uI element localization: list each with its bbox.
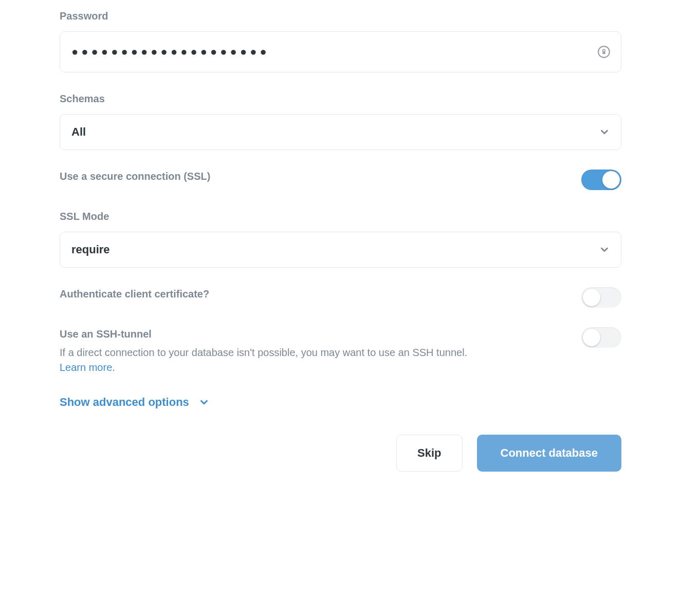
password-input[interactable]: ●●●●●●●●●●●●●●●●●●●● — [60, 31, 621, 72]
ssh-tunnel-help-suffix: . — [112, 362, 115, 373]
show-advanced-options-label: Show advanced options — [60, 396, 189, 409]
ssl-toggle-row: Use a secure connection (SSL) — [60, 171, 621, 190]
schemas-field-group: Schemas All — [60, 93, 621, 150]
auth-client-cert-row: Authenticate client certificate? — [60, 288, 621, 308]
password-field-group: Password ●●●●●●●●●●●●●●●●●●●● — [60, 10, 621, 72]
toggle-knob — [583, 329, 600, 346]
schemas-select-value: All — [60, 114, 621, 150]
ssl-mode-select[interactable]: require — [60, 232, 621, 268]
password-input-wrap: ●●●●●●●●●●●●●●●●●●●● — [60, 31, 621, 72]
learn-more-link[interactable]: Learn more — [60, 362, 112, 373]
ssl-mode-select-value: require — [60, 232, 621, 268]
ssl-toggle[interactable] — [581, 170, 621, 190]
password-label: Password — [60, 10, 621, 22]
chevron-down-icon — [198, 397, 210, 408]
schemas-select[interactable]: All — [60, 114, 621, 150]
ssh-tunnel-row: Use an SSH-tunnel If a direct connection… — [60, 328, 621, 375]
toggle-knob — [602, 171, 620, 189]
skip-button[interactable]: Skip — [396, 435, 462, 472]
button-row: Skip Connect database — [60, 435, 621, 472]
connect-database-button[interactable]: Connect database — [477, 435, 622, 472]
lock-icon — [597, 45, 611, 59]
ssh-tunnel-toggle[interactable] — [581, 327, 621, 348]
schemas-label: Schemas — [60, 93, 621, 105]
auth-client-cert-toggle[interactable] — [581, 287, 621, 308]
ssh-tunnel-help-text: If a direct connection to your database … — [60, 347, 467, 358]
toggle-knob — [583, 289, 600, 306]
ssl-label: Use a secure connection (SSL) — [60, 171, 561, 182]
ssh-tunnel-label: Use an SSH-tunnel — [60, 328, 561, 340]
ssh-tunnel-help: If a direct connection to your database … — [60, 345, 481, 375]
svg-rect-1 — [602, 51, 605, 54]
auth-client-cert-label: Authenticate client certificate? — [60, 288, 561, 300]
ssl-mode-label: SSL Mode — [60, 211, 621, 222]
ssl-mode-field-group: SSL Mode require — [60, 211, 621, 268]
show-advanced-options[interactable]: Show advanced options — [60, 396, 621, 409]
